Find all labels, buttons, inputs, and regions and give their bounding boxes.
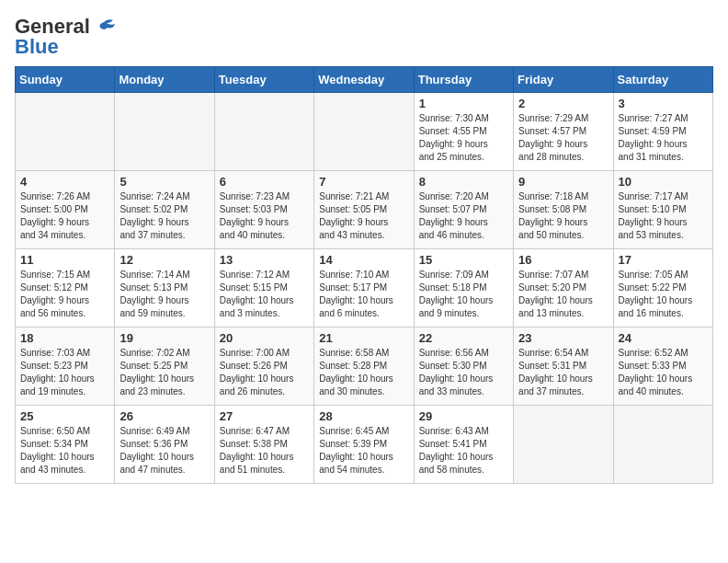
- day-number: 7: [319, 175, 408, 189]
- day-info: Sunrise: 7:17 AM Sunset: 5:10 PM Dayligh…: [619, 190, 708, 242]
- weekday-header-wednesday: Wednesday: [314, 67, 414, 93]
- calendar-cell: 21Sunrise: 6:58 AM Sunset: 5:28 PM Dayli…: [314, 327, 414, 406]
- calendar-cell: [514, 406, 613, 484]
- weekday-header-tuesday: Tuesday: [214, 67, 313, 93]
- calendar-cell: 6Sunrise: 7:23 AM Sunset: 5:03 PM Daylig…: [214, 171, 313, 249]
- day-info: Sunrise: 7:18 AM Sunset: 5:08 PM Dayligh…: [518, 190, 608, 242]
- day-info: Sunrise: 7:27 AM Sunset: 4:59 PM Dayligh…: [619, 112, 708, 164]
- day-info: Sunrise: 6:54 AM Sunset: 5:31 PM Dayligh…: [518, 347, 608, 398]
- day-info: Sunrise: 7:14 AM Sunset: 5:13 PM Dayligh…: [119, 269, 209, 320]
- day-info: Sunrise: 6:49 AM Sunset: 5:36 PM Dayligh…: [119, 425, 209, 477]
- day-info: Sunrise: 6:45 AM Sunset: 5:39 PM Dayligh…: [319, 425, 408, 477]
- weekday-header-thursday: Thursday: [414, 67, 513, 93]
- day-number: 13: [220, 253, 309, 267]
- day-number: 2: [518, 97, 608, 110]
- day-number: 19: [119, 331, 209, 345]
- day-number: 17: [619, 253, 708, 267]
- day-number: 4: [20, 175, 109, 189]
- day-number: 26: [119, 409, 209, 423]
- calendar-week-row: 18Sunrise: 7:03 AM Sunset: 5:23 PM Dayli…: [16, 327, 713, 406]
- day-number: 1: [419, 97, 508, 110]
- day-number: 3: [619, 97, 708, 110]
- day-number: 20: [220, 331, 309, 345]
- weekday-header-friday: Friday: [514, 67, 613, 93]
- calendar-cell: 7Sunrise: 7:21 AM Sunset: 5:05 PM Daylig…: [314, 171, 414, 249]
- day-info: Sunrise: 6:47 AM Sunset: 5:38 PM Dayligh…: [220, 425, 309, 477]
- day-info: Sunrise: 7:05 AM Sunset: 5:22 PM Dayligh…: [619, 269, 708, 320]
- day-info: Sunrise: 7:09 AM Sunset: 5:18 PM Dayligh…: [419, 269, 508, 320]
- calendar-cell: 3Sunrise: 7:27 AM Sunset: 4:59 PM Daylig…: [613, 93, 712, 171]
- calendar-week-row: 25Sunrise: 6:50 AM Sunset: 5:34 PM Dayli…: [16, 406, 713, 484]
- day-number: 22: [419, 331, 508, 345]
- day-info: Sunrise: 7:12 AM Sunset: 5:15 PM Dayligh…: [220, 269, 309, 320]
- day-info: Sunrise: 7:03 AM Sunset: 5:23 PM Dayligh…: [20, 347, 109, 398]
- calendar-cell: [314, 93, 414, 171]
- calendar-cell: [214, 93, 313, 171]
- calendar-cell: 18Sunrise: 7:03 AM Sunset: 5:23 PM Dayli…: [16, 327, 115, 406]
- calendar-cell: 20Sunrise: 7:00 AM Sunset: 5:26 PM Dayli…: [214, 327, 313, 406]
- day-number: 10: [619, 175, 708, 189]
- day-info: Sunrise: 7:23 AM Sunset: 5:03 PM Dayligh…: [220, 190, 309, 242]
- logo-bird-icon: [91, 18, 117, 35]
- day-info: Sunrise: 6:43 AM Sunset: 5:41 PM Dayligh…: [419, 425, 508, 477]
- calendar-cell: 17Sunrise: 7:05 AM Sunset: 5:22 PM Dayli…: [613, 249, 712, 327]
- day-number: 6: [220, 175, 309, 189]
- calendar-cell: 9Sunrise: 7:18 AM Sunset: 5:08 PM Daylig…: [514, 171, 613, 249]
- calendar-cell: 1Sunrise: 7:30 AM Sunset: 4:55 PM Daylig…: [414, 93, 513, 171]
- calendar-cell: 22Sunrise: 6:56 AM Sunset: 5:30 PM Dayli…: [414, 327, 513, 406]
- day-info: Sunrise: 7:02 AM Sunset: 5:25 PM Dayligh…: [119, 347, 209, 398]
- weekday-header-sunday: Sunday: [16, 67, 115, 93]
- day-number: 27: [220, 409, 309, 423]
- day-info: Sunrise: 7:21 AM Sunset: 5:05 PM Dayligh…: [319, 190, 408, 242]
- calendar-cell: [613, 406, 712, 484]
- calendar-cell: 5Sunrise: 7:24 AM Sunset: 5:02 PM Daylig…: [115, 171, 214, 249]
- day-number: 16: [518, 253, 608, 267]
- day-number: 29: [419, 409, 508, 423]
- day-info: Sunrise: 7:20 AM Sunset: 5:07 PM Dayligh…: [419, 190, 508, 242]
- day-info: Sunrise: 7:26 AM Sunset: 5:00 PM Dayligh…: [20, 190, 109, 242]
- logo-blue: Blue: [15, 35, 59, 59]
- day-info: Sunrise: 6:56 AM Sunset: 5:30 PM Dayligh…: [419, 347, 508, 398]
- calendar-cell: 28Sunrise: 6:45 AM Sunset: 5:39 PM Dayli…: [314, 406, 414, 484]
- day-info: Sunrise: 7:29 AM Sunset: 4:57 PM Dayligh…: [518, 112, 608, 164]
- calendar-cell: 4Sunrise: 7:26 AM Sunset: 5:00 PM Daylig…: [16, 171, 115, 249]
- day-info: Sunrise: 7:15 AM Sunset: 5:12 PM Dayligh…: [20, 269, 109, 320]
- calendar-cell: 10Sunrise: 7:17 AM Sunset: 5:10 PM Dayli…: [613, 171, 712, 249]
- calendar-cell: 11Sunrise: 7:15 AM Sunset: 5:12 PM Dayli…: [16, 249, 115, 327]
- day-info: Sunrise: 6:50 AM Sunset: 5:34 PM Dayligh…: [20, 425, 109, 477]
- day-number: 25: [20, 409, 109, 423]
- day-number: 14: [319, 253, 408, 267]
- calendar-cell: 29Sunrise: 6:43 AM Sunset: 5:41 PM Dayli…: [414, 406, 513, 484]
- calendar-cell: 8Sunrise: 7:20 AM Sunset: 5:07 PM Daylig…: [414, 171, 513, 249]
- calendar-cell: 19Sunrise: 7:02 AM Sunset: 5:25 PM Dayli…: [115, 327, 214, 406]
- day-info: Sunrise: 6:58 AM Sunset: 5:28 PM Dayligh…: [319, 347, 408, 398]
- header: General Blue: [15, 15, 713, 59]
- day-number: 9: [518, 175, 608, 189]
- calendar-cell: 25Sunrise: 6:50 AM Sunset: 5:34 PM Dayli…: [16, 406, 115, 484]
- calendar-cell: 14Sunrise: 7:10 AM Sunset: 5:17 PM Dayli…: [314, 249, 414, 327]
- calendar-cell: [115, 93, 214, 171]
- calendar-cell: 16Sunrise: 7:07 AM Sunset: 5:20 PM Dayli…: [514, 249, 613, 327]
- weekday-header-saturday: Saturday: [613, 67, 712, 93]
- day-info: Sunrise: 7:30 AM Sunset: 4:55 PM Dayligh…: [419, 112, 508, 164]
- calendar-week-row: 4Sunrise: 7:26 AM Sunset: 5:00 PM Daylig…: [16, 171, 713, 249]
- calendar-cell: 27Sunrise: 6:47 AM Sunset: 5:38 PM Dayli…: [214, 406, 313, 484]
- day-number: 5: [119, 175, 209, 189]
- weekday-header-monday: Monday: [115, 67, 214, 93]
- calendar-cell: 24Sunrise: 6:52 AM Sunset: 5:33 PM Dayli…: [613, 327, 712, 406]
- calendar-cell: 2Sunrise: 7:29 AM Sunset: 4:57 PM Daylig…: [514, 93, 613, 171]
- calendar-cell: 12Sunrise: 7:14 AM Sunset: 5:13 PM Dayli…: [115, 249, 214, 327]
- day-number: 12: [119, 253, 209, 267]
- day-number: 21: [319, 331, 408, 345]
- calendar-table: SundayMondayTuesdayWednesdayThursdayFrid…: [15, 66, 713, 484]
- logo: General Blue: [15, 15, 118, 59]
- day-number: 15: [419, 253, 508, 267]
- calendar-week-row: 1Sunrise: 7:30 AM Sunset: 4:55 PM Daylig…: [16, 93, 713, 171]
- calendar-cell: 13Sunrise: 7:12 AM Sunset: 5:15 PM Dayli…: [214, 249, 313, 327]
- day-info: Sunrise: 7:10 AM Sunset: 5:17 PM Dayligh…: [319, 269, 408, 320]
- calendar-week-row: 11Sunrise: 7:15 AM Sunset: 5:12 PM Dayli…: [16, 249, 713, 327]
- day-info: Sunrise: 7:07 AM Sunset: 5:20 PM Dayligh…: [518, 269, 608, 320]
- day-number: 11: [20, 253, 109, 267]
- day-number: 23: [518, 331, 608, 345]
- calendar-cell: [16, 93, 115, 171]
